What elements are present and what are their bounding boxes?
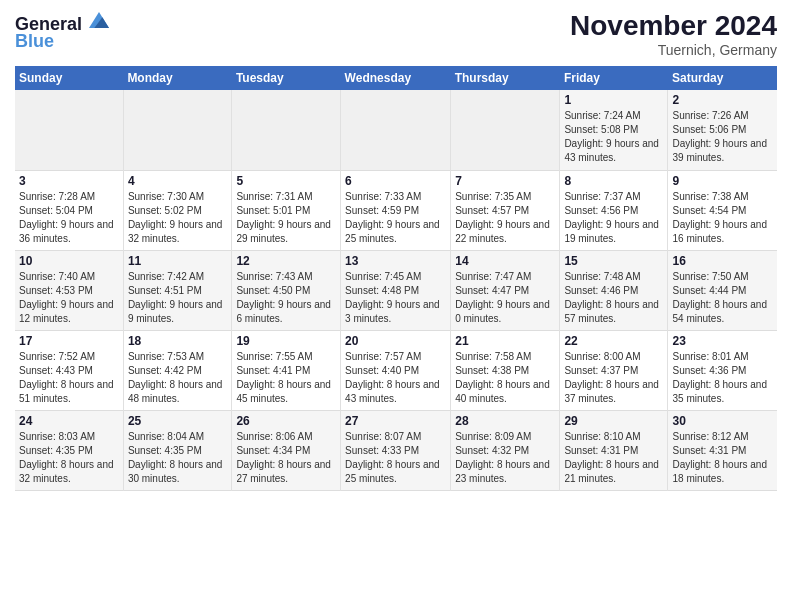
day-number: 30 [672,414,773,428]
day-cell: 21Sunrise: 7:58 AM Sunset: 4:38 PM Dayli… [451,330,560,410]
location-subtitle: Tuernich, Germany [570,42,777,58]
day-info: Sunrise: 7:50 AM Sunset: 4:44 PM Dayligh… [672,270,773,326]
col-monday: Monday [123,66,232,90]
day-cell: 23Sunrise: 8:01 AM Sunset: 4:36 PM Dayli… [668,330,777,410]
day-number: 3 [19,174,119,188]
day-info: Sunrise: 7:26 AM Sunset: 5:06 PM Dayligh… [672,109,773,165]
calendar-table: Sunday Monday Tuesday Wednesday Thursday… [15,66,777,491]
day-info: Sunrise: 7:24 AM Sunset: 5:08 PM Dayligh… [564,109,663,165]
day-cell: 6Sunrise: 7:33 AM Sunset: 4:59 PM Daylig… [341,170,451,250]
day-info: Sunrise: 8:04 AM Sunset: 4:35 PM Dayligh… [128,430,228,486]
logo: General Blue [15,10,109,52]
day-number: 18 [128,334,228,348]
day-cell: 19Sunrise: 7:55 AM Sunset: 4:41 PM Dayli… [232,330,341,410]
day-info: Sunrise: 7:38 AM Sunset: 4:54 PM Dayligh… [672,190,773,246]
day-cell: 14Sunrise: 7:47 AM Sunset: 4:47 PM Dayli… [451,250,560,330]
day-number: 24 [19,414,119,428]
month-title: November 2024 [570,10,777,42]
day-info: Sunrise: 7:33 AM Sunset: 4:59 PM Dayligh… [345,190,446,246]
day-info: Sunrise: 7:31 AM Sunset: 5:01 PM Dayligh… [236,190,336,246]
day-number: 12 [236,254,336,268]
week-row-2: 3Sunrise: 7:28 AM Sunset: 5:04 PM Daylig… [15,170,777,250]
day-cell: 7Sunrise: 7:35 AM Sunset: 4:57 PM Daylig… [451,170,560,250]
day-info: Sunrise: 7:47 AM Sunset: 4:47 PM Dayligh… [455,270,555,326]
col-saturday: Saturday [668,66,777,90]
day-info: Sunrise: 8:06 AM Sunset: 4:34 PM Dayligh… [236,430,336,486]
day-number: 20 [345,334,446,348]
day-number: 27 [345,414,446,428]
day-info: Sunrise: 7:30 AM Sunset: 5:02 PM Dayligh… [128,190,228,246]
day-info: Sunrise: 8:01 AM Sunset: 4:36 PM Dayligh… [672,350,773,406]
day-number: 25 [128,414,228,428]
day-number: 4 [128,174,228,188]
day-number: 17 [19,334,119,348]
day-cell [123,90,232,170]
title-section: November 2024 Tuernich, Germany [570,10,777,58]
day-info: Sunrise: 8:10 AM Sunset: 4:31 PM Dayligh… [564,430,663,486]
day-info: Sunrise: 7:48 AM Sunset: 4:46 PM Dayligh… [564,270,663,326]
day-cell: 2Sunrise: 7:26 AM Sunset: 5:06 PM Daylig… [668,90,777,170]
day-cell: 3Sunrise: 7:28 AM Sunset: 5:04 PM Daylig… [15,170,123,250]
day-info: Sunrise: 8:00 AM Sunset: 4:37 PM Dayligh… [564,350,663,406]
logo-icon [89,10,109,30]
day-cell: 13Sunrise: 7:45 AM Sunset: 4:48 PM Dayli… [341,250,451,330]
day-info: Sunrise: 7:28 AM Sunset: 5:04 PM Dayligh… [19,190,119,246]
day-info: Sunrise: 8:07 AM Sunset: 4:33 PM Dayligh… [345,430,446,486]
week-row-4: 17Sunrise: 7:52 AM Sunset: 4:43 PM Dayli… [15,330,777,410]
day-cell: 1Sunrise: 7:24 AM Sunset: 5:08 PM Daylig… [560,90,668,170]
day-number: 6 [345,174,446,188]
day-number: 9 [672,174,773,188]
day-number: 28 [455,414,555,428]
week-row-5: 24Sunrise: 8:03 AM Sunset: 4:35 PM Dayli… [15,410,777,490]
header: General Blue November 2024 Tuernich, Ger… [15,10,777,58]
day-number: 1 [564,93,663,107]
day-info: Sunrise: 7:43 AM Sunset: 4:50 PM Dayligh… [236,270,336,326]
day-info: Sunrise: 8:09 AM Sunset: 4:32 PM Dayligh… [455,430,555,486]
day-number: 5 [236,174,336,188]
day-number: 23 [672,334,773,348]
col-sunday: Sunday [15,66,123,90]
day-cell: 25Sunrise: 8:04 AM Sunset: 4:35 PM Dayli… [123,410,232,490]
day-info: Sunrise: 7:40 AM Sunset: 4:53 PM Dayligh… [19,270,119,326]
day-info: Sunrise: 7:55 AM Sunset: 4:41 PM Dayligh… [236,350,336,406]
day-cell: 4Sunrise: 7:30 AM Sunset: 5:02 PM Daylig… [123,170,232,250]
day-info: Sunrise: 7:45 AM Sunset: 4:48 PM Dayligh… [345,270,446,326]
day-info: Sunrise: 7:37 AM Sunset: 4:56 PM Dayligh… [564,190,663,246]
day-number: 22 [564,334,663,348]
day-number: 13 [345,254,446,268]
day-info: Sunrise: 7:58 AM Sunset: 4:38 PM Dayligh… [455,350,555,406]
col-tuesday: Tuesday [232,66,341,90]
day-info: Sunrise: 7:35 AM Sunset: 4:57 PM Dayligh… [455,190,555,246]
col-friday: Friday [560,66,668,90]
day-cell [232,90,341,170]
day-cell: 11Sunrise: 7:42 AM Sunset: 4:51 PM Dayli… [123,250,232,330]
day-info: Sunrise: 7:52 AM Sunset: 4:43 PM Dayligh… [19,350,119,406]
day-cell: 30Sunrise: 8:12 AM Sunset: 4:31 PM Dayli… [668,410,777,490]
day-cell: 5Sunrise: 7:31 AM Sunset: 5:01 PM Daylig… [232,170,341,250]
day-cell: 10Sunrise: 7:40 AM Sunset: 4:53 PM Dayli… [15,250,123,330]
day-cell: 8Sunrise: 7:37 AM Sunset: 4:56 PM Daylig… [560,170,668,250]
day-info: Sunrise: 7:42 AM Sunset: 4:51 PM Dayligh… [128,270,228,326]
day-info: Sunrise: 7:57 AM Sunset: 4:40 PM Dayligh… [345,350,446,406]
day-cell: 16Sunrise: 7:50 AM Sunset: 4:44 PM Dayli… [668,250,777,330]
day-cell: 29Sunrise: 8:10 AM Sunset: 4:31 PM Dayli… [560,410,668,490]
day-number: 26 [236,414,336,428]
day-cell [451,90,560,170]
day-cell: 26Sunrise: 8:06 AM Sunset: 4:34 PM Dayli… [232,410,341,490]
day-info: Sunrise: 8:12 AM Sunset: 4:31 PM Dayligh… [672,430,773,486]
day-cell: 24Sunrise: 8:03 AM Sunset: 4:35 PM Dayli… [15,410,123,490]
day-cell [341,90,451,170]
col-thursday: Thursday [451,66,560,90]
day-number: 16 [672,254,773,268]
day-cell: 27Sunrise: 8:07 AM Sunset: 4:33 PM Dayli… [341,410,451,490]
day-cell: 15Sunrise: 7:48 AM Sunset: 4:46 PM Dayli… [560,250,668,330]
day-number: 7 [455,174,555,188]
day-number: 29 [564,414,663,428]
day-cell: 22Sunrise: 8:00 AM Sunset: 4:37 PM Dayli… [560,330,668,410]
day-number: 21 [455,334,555,348]
day-cell: 28Sunrise: 8:09 AM Sunset: 4:32 PM Dayli… [451,410,560,490]
day-number: 14 [455,254,555,268]
day-number: 8 [564,174,663,188]
day-info: Sunrise: 7:53 AM Sunset: 4:42 PM Dayligh… [128,350,228,406]
day-cell: 20Sunrise: 7:57 AM Sunset: 4:40 PM Dayli… [341,330,451,410]
